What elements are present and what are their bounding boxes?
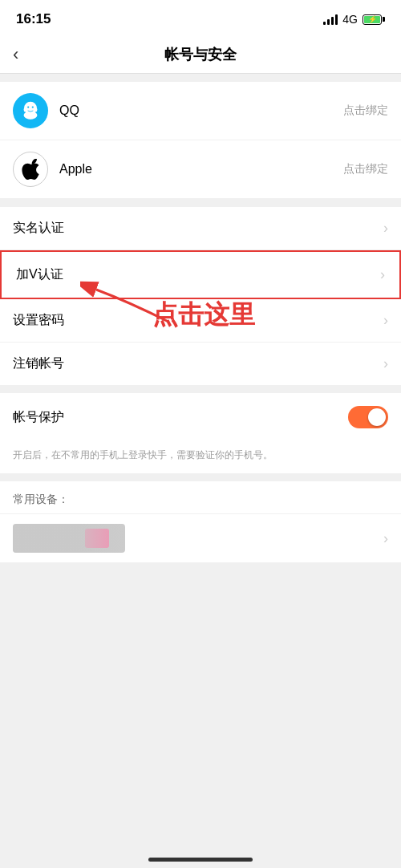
status-time: 16:15 — [16, 11, 51, 27]
device-item[interactable]: › — [0, 513, 401, 562]
signal-icon — [323, 14, 338, 25]
page-title: 帐号与安全 — [164, 45, 237, 64]
device-thumbnail — [13, 524, 125, 553]
accounts-section: QQ 点击绑定 Apple 点击绑定 — [0, 82, 401, 199]
battery-icon: ⚡ — [363, 14, 385, 25]
apple-account-item[interactable]: Apple 点击绑定 — [0, 140, 401, 199]
devices-label: 常用设备： — [0, 481, 401, 513]
toggle-section: 帐号保护 开启后，在不常用的手机上登录快手，需要验证你的手机号。 — [0, 393, 401, 473]
real-name-label: 实名认证 — [13, 220, 64, 237]
real-name-item[interactable]: 实名认证 › — [0, 207, 401, 250]
protection-description: 开启后，在不常用的手机上登录快手，需要验证你的手机号。 — [0, 441, 401, 473]
cancel-account-chevron: › — [383, 355, 388, 372]
v-cert-chevron: › — [380, 266, 385, 283]
apple-icon — [13, 152, 48, 187]
qq-account-item[interactable]: QQ 点击绑定 — [0, 82, 401, 140]
apple-bind-button[interactable]: 点击绑定 — [343, 162, 388, 176]
svg-point-4 — [32, 106, 34, 107]
status-bar: 16:15 4G ⚡ — [0, 0, 401, 35]
network-label: 4G — [342, 13, 358, 26]
bottom-spacer — [0, 562, 401, 723]
nav-bar: ‹ 帐号与安全 — [0, 35, 401, 74]
svg-rect-7 — [27, 116, 34, 119]
account-protection-label: 帐号保护 — [13, 409, 64, 426]
v-cert-item[interactable]: 加V认证 › — [3, 254, 398, 296]
qq-bind-button[interactable]: 点击绑定 — [343, 103, 388, 118]
status-icons: 4G ⚡ — [323, 13, 385, 26]
qq-account-name: QQ — [59, 103, 343, 118]
menu-section: 实名认证 › 加V认证 › 设置密码 › 注销帐号 › — [0, 207, 401, 385]
svg-point-3 — [27, 106, 29, 107]
account-protection-toggle[interactable] — [348, 406, 388, 428]
set-password-item[interactable]: 设置密码 › — [0, 299, 401, 343]
set-password-chevron: › — [383, 312, 388, 329]
svg-point-6 — [34, 107, 37, 112]
set-password-label: 设置密码 — [13, 312, 64, 329]
home-indicator — [148, 858, 253, 862]
apple-account-name: Apple — [59, 162, 343, 176]
cancel-account-label: 注销帐号 — [13, 355, 64, 372]
devices-section: 常用设备： › — [0, 481, 401, 562]
real-name-chevron: › — [383, 220, 388, 237]
account-protection-toggle-item: 帐号保护 — [0, 393, 401, 441]
qq-icon — [13, 93, 48, 128]
svg-point-5 — [24, 107, 26, 112]
v-cert-label: 加V认证 — [16, 266, 63, 283]
back-button[interactable]: ‹ — [13, 44, 18, 65]
cancel-account-item[interactable]: 注销帐号 › — [0, 343, 401, 385]
device-chevron: › — [383, 530, 388, 547]
toggle-knob — [368, 408, 386, 426]
